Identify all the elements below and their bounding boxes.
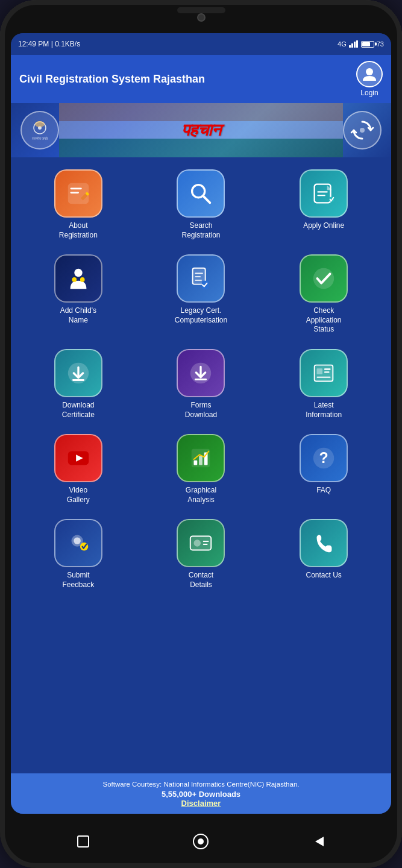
status-time: 12:49 PM | 0.1KB/s bbox=[18, 40, 80, 48]
icon-wrap-add-childs-name bbox=[54, 254, 102, 303]
govt-logo: सत्यमेव जयते bbox=[20, 111, 59, 149]
svg-point-54 bbox=[198, 838, 204, 844]
svg-point-21 bbox=[80, 277, 85, 282]
nav-home-button[interactable] bbox=[189, 829, 213, 854]
svg-rect-11 bbox=[70, 187, 81, 189]
svg-rect-36 bbox=[317, 377, 331, 378]
nav-circle-icon bbox=[192, 833, 209, 850]
crs-logo bbox=[343, 111, 382, 149]
svg-rect-51 bbox=[203, 544, 208, 545]
grid-label-forms-download: Forms Download bbox=[185, 401, 217, 420]
icon-wrap-submit-feedback bbox=[54, 519, 102, 567]
svg-text:?: ? bbox=[319, 449, 328, 466]
svg-rect-2 bbox=[354, 42, 356, 48]
svg-rect-12 bbox=[70, 192, 78, 193]
grid-item-legacy-cert[interactable]: Legacy Cert. Computerisation bbox=[142, 250, 260, 339]
footer-disclaimer[interactable]: Disclaimer bbox=[19, 799, 383, 808]
grid-item-contact-us[interactable]: Contact Us bbox=[265, 514, 383, 594]
grid-item-forms-download[interactable]: Forms Download bbox=[142, 344, 260, 424]
grid-item-download-cert[interactable]: Download Certificate bbox=[19, 344, 137, 424]
grid-item-graphical-analysis[interactable]: Graphical Analysis bbox=[142, 429, 260, 509]
grid-label-video-gallery: Video Gallery bbox=[67, 486, 90, 505]
svg-rect-0 bbox=[349, 45, 351, 48]
login-avatar bbox=[356, 61, 383, 87]
grid-label-contact-details: Contact Details bbox=[189, 571, 213, 590]
svg-point-19 bbox=[74, 269, 82, 277]
svg-rect-25 bbox=[195, 280, 203, 281]
front-camera bbox=[197, 13, 206, 22]
user-icon bbox=[362, 66, 377, 82]
grid-item-apply-online[interactable]: Apply Online bbox=[265, 165, 383, 245]
grid-label-legacy-cert: Legacy Cert. Computerisation bbox=[175, 306, 227, 325]
banner-hindi-text: पहचान bbox=[59, 121, 343, 140]
app-header: Civil Registration System Rajasthan Logi… bbox=[11, 55, 391, 103]
screen: 12:49 PM | 0.1KB/s 4G 73 Civil Registrat… bbox=[11, 33, 391, 814]
signal-icon bbox=[349, 40, 359, 48]
login-label: Login bbox=[360, 89, 378, 97]
app-title: Civil Registration System Rajasthan bbox=[19, 73, 356, 86]
grid-item-search-registration[interactable]: Search Registration bbox=[142, 165, 260, 245]
icon-wrap-download-cert bbox=[54, 349, 102, 397]
svg-text:सत्यमेव जयते: सत्यमेव जयते bbox=[31, 136, 49, 140]
svg-rect-23 bbox=[195, 273, 203, 274]
icon-wrap-contact-us bbox=[300, 519, 348, 567]
grid-label-faq: FAQ bbox=[316, 486, 331, 495]
grid-item-video-gallery[interactable]: Video Gallery bbox=[19, 429, 137, 509]
nav-square-icon bbox=[76, 834, 90, 849]
svg-rect-1 bbox=[351, 43, 353, 48]
status-right: 4G 73 bbox=[338, 40, 384, 48]
grid-label-contact-us: Contact Us bbox=[306, 571, 341, 580]
phone-shell: 12:49 PM | 0.1KB/s 4G 73 Civil Registrat… bbox=[0, 0, 402, 868]
svg-rect-41 bbox=[199, 456, 203, 465]
svg-rect-33 bbox=[317, 368, 323, 374]
status-bar: 12:49 PM | 0.1KB/s 4G 73 bbox=[11, 33, 391, 55]
menu-grid: About RegistrationSearch RegistrationApp… bbox=[19, 165, 383, 595]
nav-back-icon bbox=[312, 834, 326, 849]
grid-label-download-cert: Download Certificate bbox=[62, 401, 95, 420]
grid-item-about-registration[interactable]: About Registration bbox=[19, 165, 137, 245]
battery-level: 73 bbox=[377, 40, 384, 48]
footer: Software Courtesy: National Informatics … bbox=[11, 773, 391, 814]
login-button[interactable]: Login bbox=[356, 61, 383, 97]
ashoka-chakra-icon: सत्यमेव जयते bbox=[27, 117, 53, 143]
icon-wrap-contact-details bbox=[177, 519, 225, 567]
grid-container: About RegistrationSearch RegistrationApp… bbox=[11, 157, 391, 773]
bottom-nav bbox=[0, 815, 402, 868]
nav-square-button[interactable] bbox=[71, 829, 95, 854]
grid-item-check-application[interactable]: Check Application Status bbox=[265, 250, 383, 339]
network-label: 4G bbox=[338, 40, 347, 48]
icon-wrap-check-application bbox=[300, 254, 348, 303]
svg-line-14 bbox=[203, 196, 210, 203]
grid-label-search-registration: Search Registration bbox=[181, 221, 220, 240]
icon-wrap-video-gallery bbox=[54, 434, 102, 482]
svg-rect-3 bbox=[356, 40, 358, 48]
grid-label-apply-online: Apply Online bbox=[303, 221, 344, 231]
svg-rect-40 bbox=[194, 461, 198, 465]
grid-label-add-childs-name: Add Child's Name bbox=[60, 306, 96, 325]
svg-rect-35 bbox=[324, 371, 330, 373]
footer-downloads: 5,55,000+ Downloads bbox=[19, 790, 383, 799]
grid-label-submit-feedback: Submit Feedback bbox=[62, 571, 94, 590]
icon-wrap-apply-online bbox=[300, 169, 348, 218]
svg-point-4 bbox=[366, 68, 373, 75]
grid-item-add-childs-name[interactable]: Add Child's Name bbox=[19, 250, 137, 339]
icon-wrap-forms-download bbox=[177, 349, 225, 397]
svg-rect-16 bbox=[318, 191, 328, 192]
icon-wrap-search-registration bbox=[177, 169, 225, 218]
grid-item-contact-details[interactable]: Contact Details bbox=[142, 514, 260, 594]
banner-title: पहचान bbox=[59, 121, 343, 140]
grid-item-latest-info[interactable]: Latest Information bbox=[265, 344, 383, 424]
grid-item-submit-feedback[interactable]: Submit Feedback bbox=[19, 514, 137, 594]
footer-courtesy: Software Courtesy: National Informatics … bbox=[19, 779, 383, 790]
notch bbox=[177, 7, 225, 13]
svg-point-49 bbox=[194, 540, 201, 547]
refresh-icon bbox=[349, 117, 375, 143]
banner: सत्यमेव जयते पहचान bbox=[11, 103, 391, 157]
svg-point-8 bbox=[35, 121, 45, 127]
svg-rect-24 bbox=[195, 276, 201, 277]
icon-wrap-graphical-analysis bbox=[177, 434, 225, 482]
icon-wrap-legacy-cert bbox=[177, 254, 225, 303]
nav-back-button[interactable] bbox=[307, 829, 331, 854]
grid-label-check-application: Check Application Status bbox=[306, 306, 342, 335]
grid-item-faq[interactable]: ?FAQ bbox=[265, 429, 383, 509]
